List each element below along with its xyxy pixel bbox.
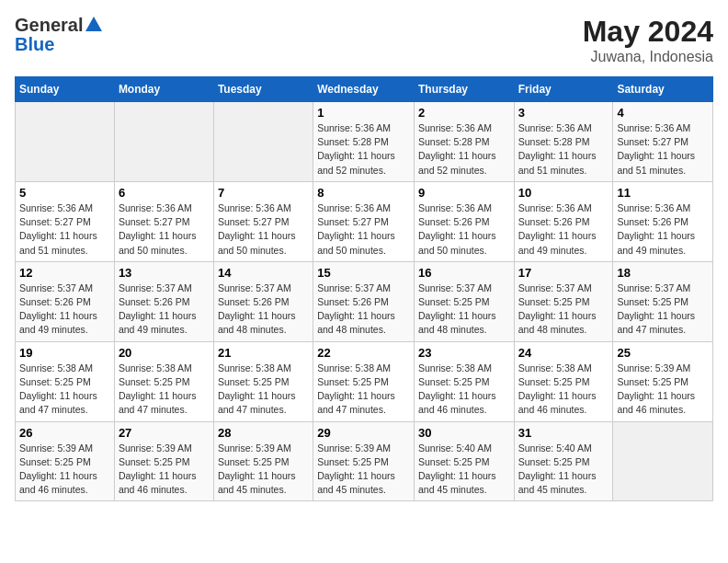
day-cell: 5Sunrise: 5:36 AMSunset: 5:27 PMDaylight… <box>16 181 115 261</box>
day-number: 7 <box>218 186 309 200</box>
svg-marker-0 <box>85 17 102 31</box>
day-cell <box>114 102 213 182</box>
day-number: 9 <box>418 186 510 200</box>
day-cell: 13Sunrise: 5:37 AMSunset: 5:26 PMDayligh… <box>114 261 213 341</box>
week-row-3: 12Sunrise: 5:37 AMSunset: 5:26 PMDayligh… <box>16 261 713 341</box>
weekday-header-thursday: Thursday <box>414 77 514 102</box>
day-number: 23 <box>418 346 510 360</box>
week-row-4: 19Sunrise: 5:38 AMSunset: 5:25 PMDayligh… <box>16 341 713 421</box>
day-info: Sunrise: 5:36 AMSunset: 5:26 PMDaylight:… <box>518 201 609 258</box>
day-cell: 28Sunrise: 5:39 AMSunset: 5:25 PMDayligh… <box>213 421 313 501</box>
day-cell: 1Sunrise: 5:36 AMSunset: 5:28 PMDaylight… <box>313 102 415 182</box>
day-number: 27 <box>119 426 210 440</box>
day-cell: 6Sunrise: 5:36 AMSunset: 5:27 PMDaylight… <box>114 181 213 261</box>
day-number: 4 <box>617 106 709 120</box>
day-number: 8 <box>317 186 410 200</box>
location-title: Juwana, Indonesia <box>583 49 713 65</box>
day-cell: 2Sunrise: 5:36 AMSunset: 5:28 PMDaylight… <box>414 102 514 182</box>
day-cell <box>213 102 313 182</box>
day-number: 20 <box>119 346 210 360</box>
day-number: 14 <box>218 266 309 280</box>
day-cell: 14Sunrise: 5:37 AMSunset: 5:26 PMDayligh… <box>213 261 313 341</box>
day-number: 17 <box>518 266 609 280</box>
day-number: 15 <box>317 266 410 280</box>
day-info: Sunrise: 5:38 AMSunset: 5:25 PMDaylight:… <box>119 362 210 418</box>
day-cell: 4Sunrise: 5:36 AMSunset: 5:27 PMDaylight… <box>613 102 713 182</box>
day-number: 25 <box>617 346 709 360</box>
title-block: May 2024 Juwana, Indonesia <box>583 15 713 65</box>
day-info: Sunrise: 5:36 AMSunset: 5:27 PMDaylight:… <box>119 201 210 258</box>
day-info: Sunrise: 5:37 AMSunset: 5:26 PMDaylight:… <box>317 282 410 338</box>
calendar-table: SundayMondayTuesdayWednesdayThursdayFrid… <box>15 76 713 501</box>
weekday-header-friday: Friday <box>514 77 613 102</box>
day-number: 30 <box>418 426 510 440</box>
day-info: Sunrise: 5:39 AMSunset: 5:25 PMDaylight:… <box>617 362 709 418</box>
day-number: 16 <box>418 266 510 280</box>
day-cell: 25Sunrise: 5:39 AMSunset: 5:25 PMDayligh… <box>613 341 713 421</box>
day-number: 10 <box>518 186 609 200</box>
day-number: 18 <box>617 266 709 280</box>
day-number: 1 <box>317 106 410 120</box>
week-row-5: 26Sunrise: 5:39 AMSunset: 5:25 PMDayligh… <box>16 421 713 501</box>
day-cell <box>613 421 713 501</box>
day-number: 11 <box>617 186 709 200</box>
day-info: Sunrise: 5:37 AMSunset: 5:25 PMDaylight:… <box>617 282 709 338</box>
day-info: Sunrise: 5:36 AMSunset: 5:27 PMDaylight:… <box>218 201 309 258</box>
day-cell: 10Sunrise: 5:36 AMSunset: 5:26 PMDayligh… <box>514 181 613 261</box>
day-number: 13 <box>119 266 210 280</box>
day-info: Sunrise: 5:36 AMSunset: 5:26 PMDaylight:… <box>617 201 709 258</box>
day-info: Sunrise: 5:36 AMSunset: 5:28 PMDaylight:… <box>418 121 510 178</box>
day-cell <box>16 102 115 182</box>
day-number: 2 <box>418 106 510 120</box>
week-row-1: 1Sunrise: 5:36 AMSunset: 5:28 PMDaylight… <box>16 102 713 182</box>
day-number: 12 <box>19 266 110 280</box>
day-info: Sunrise: 5:37 AMSunset: 5:25 PMDaylight:… <box>518 282 609 338</box>
day-number: 5 <box>19 186 110 200</box>
day-cell: 7Sunrise: 5:36 AMSunset: 5:27 PMDaylight… <box>213 181 313 261</box>
day-info: Sunrise: 5:39 AMSunset: 5:25 PMDaylight:… <box>119 442 210 498</box>
day-info: Sunrise: 5:38 AMSunset: 5:25 PMDaylight:… <box>418 362 510 418</box>
day-cell: 23Sunrise: 5:38 AMSunset: 5:25 PMDayligh… <box>414 341 514 421</box>
day-info: Sunrise: 5:38 AMSunset: 5:25 PMDaylight:… <box>518 362 609 418</box>
day-number: 6 <box>119 186 210 200</box>
day-info: Sunrise: 5:37 AMSunset: 5:26 PMDaylight:… <box>19 282 110 338</box>
day-cell: 17Sunrise: 5:37 AMSunset: 5:25 PMDayligh… <box>514 261 613 341</box>
day-number: 29 <box>317 426 410 440</box>
day-cell: 31Sunrise: 5:40 AMSunset: 5:25 PMDayligh… <box>514 421 613 501</box>
day-info: Sunrise: 5:38 AMSunset: 5:25 PMDaylight:… <box>19 362 110 418</box>
day-number: 24 <box>518 346 609 360</box>
day-info: Sunrise: 5:36 AMSunset: 5:28 PMDaylight:… <box>317 121 410 178</box>
page-header: General Blue May 2024 Juwana, Indonesia <box>15 15 713 65</box>
day-cell: 11Sunrise: 5:36 AMSunset: 5:26 PMDayligh… <box>613 181 713 261</box>
logo: General Blue <box>15 15 104 53</box>
day-cell: 16Sunrise: 5:37 AMSunset: 5:25 PMDayligh… <box>414 261 514 341</box>
day-info: Sunrise: 5:36 AMSunset: 5:26 PMDaylight:… <box>418 201 510 258</box>
weekday-header-wednesday: Wednesday <box>313 77 415 102</box>
day-info: Sunrise: 5:40 AMSunset: 5:25 PMDaylight:… <box>418 442 510 498</box>
week-row-2: 5Sunrise: 5:36 AMSunset: 5:27 PMDaylight… <box>16 181 713 261</box>
logo-icon <box>84 15 104 35</box>
day-cell: 18Sunrise: 5:37 AMSunset: 5:25 PMDayligh… <box>613 261 713 341</box>
day-info: Sunrise: 5:38 AMSunset: 5:25 PMDaylight:… <box>218 362 309 418</box>
day-number: 28 <box>218 426 309 440</box>
day-number: 22 <box>317 346 410 360</box>
day-number: 26 <box>19 426 110 440</box>
day-cell: 8Sunrise: 5:36 AMSunset: 5:27 PMDaylight… <box>313 181 415 261</box>
day-info: Sunrise: 5:39 AMSunset: 5:25 PMDaylight:… <box>317 442 410 498</box>
day-number: 21 <box>218 346 309 360</box>
day-info: Sunrise: 5:40 AMSunset: 5:25 PMDaylight:… <box>518 442 609 498</box>
day-cell: 3Sunrise: 5:36 AMSunset: 5:28 PMDaylight… <box>514 102 613 182</box>
day-cell: 24Sunrise: 5:38 AMSunset: 5:25 PMDayligh… <box>514 341 613 421</box>
month-title: May 2024 <box>583 15 713 49</box>
weekday-header-tuesday: Tuesday <box>213 77 313 102</box>
day-cell: 29Sunrise: 5:39 AMSunset: 5:25 PMDayligh… <box>313 421 415 501</box>
weekday-header-monday: Monday <box>114 77 213 102</box>
day-info: Sunrise: 5:38 AMSunset: 5:25 PMDaylight:… <box>317 362 410 418</box>
day-cell: 26Sunrise: 5:39 AMSunset: 5:25 PMDayligh… <box>16 421 115 501</box>
day-cell: 15Sunrise: 5:37 AMSunset: 5:26 PMDayligh… <box>313 261 415 341</box>
day-info: Sunrise: 5:37 AMSunset: 5:26 PMDaylight:… <box>218 282 309 338</box>
weekday-header-sunday: Sunday <box>16 77 115 102</box>
day-cell: 30Sunrise: 5:40 AMSunset: 5:25 PMDayligh… <box>414 421 514 501</box>
day-info: Sunrise: 5:37 AMSunset: 5:26 PMDaylight:… <box>119 282 210 338</box>
day-info: Sunrise: 5:37 AMSunset: 5:25 PMDaylight:… <box>418 282 510 338</box>
